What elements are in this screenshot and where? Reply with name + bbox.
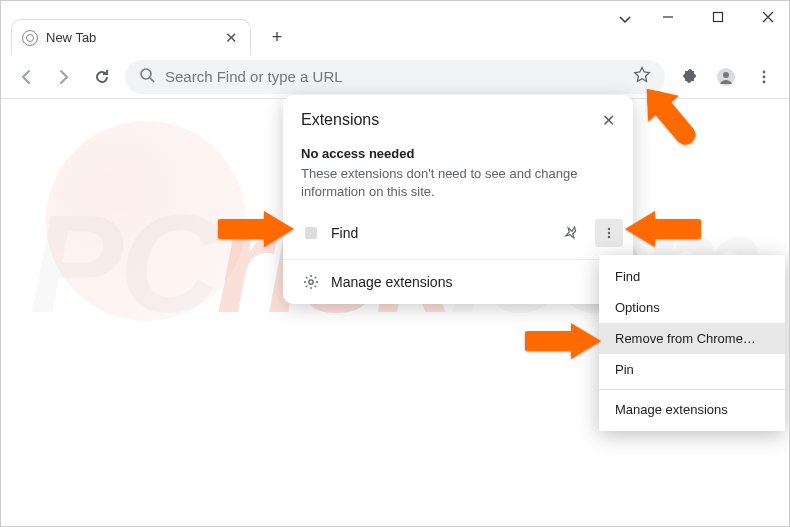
svg-point-6 bbox=[763, 70, 766, 73]
svg-point-13 bbox=[309, 280, 313, 284]
tab-strip: New Tab ✕ + bbox=[11, 19, 779, 55]
extension-more-button[interactable] bbox=[595, 219, 623, 247]
profile-button[interactable] bbox=[711, 62, 741, 92]
forward-button[interactable] bbox=[49, 62, 79, 92]
submenu-item-pin[interactable]: Pin bbox=[599, 354, 785, 385]
menu-button[interactable] bbox=[749, 62, 779, 92]
extensions-popup: Extensions ✕ No access needed These exte… bbox=[283, 95, 633, 304]
extensions-popup-title: Extensions bbox=[301, 111, 379, 129]
separator bbox=[283, 259, 633, 260]
svg-point-8 bbox=[763, 80, 766, 83]
tab-title: New Tab bbox=[46, 30, 217, 45]
arrow-to-remove-option bbox=[525, 313, 605, 369]
svg-point-2 bbox=[141, 69, 151, 79]
manage-extensions-row[interactable]: Manage extensions bbox=[283, 264, 633, 300]
submenu-item-remove[interactable]: Remove from Chrome… bbox=[599, 323, 785, 354]
reload-button[interactable] bbox=[87, 62, 117, 92]
arrow-to-find-extension bbox=[218, 201, 298, 257]
browser-tab[interactable]: New Tab ✕ bbox=[11, 19, 251, 55]
svg-point-11 bbox=[608, 232, 610, 234]
no-access-description: These extensions don't need to see and c… bbox=[283, 165, 633, 211]
extension-row-find[interactable]: Find bbox=[283, 211, 633, 255]
new-tab-button[interactable]: + bbox=[263, 23, 291, 51]
watermark-pc: PC bbox=[30, 185, 216, 342]
pin-button[interactable] bbox=[557, 219, 585, 247]
tab-close-button[interactable]: ✕ bbox=[225, 29, 238, 47]
submenu-item-find[interactable]: Find bbox=[599, 261, 785, 292]
svg-point-7 bbox=[763, 75, 766, 78]
submenu-item-options[interactable]: Options bbox=[599, 292, 785, 323]
tab-favicon-icon bbox=[22, 30, 38, 46]
submenu-item-manage[interactable]: Manage extensions bbox=[599, 394, 785, 425]
arrow-to-more-button bbox=[621, 201, 701, 257]
gear-icon bbox=[301, 272, 321, 292]
extension-favicon-icon bbox=[301, 223, 321, 243]
arrow-to-extensions-button bbox=[633, 79, 703, 149]
svg-point-5 bbox=[723, 72, 729, 78]
manage-extensions-label: Manage extensions bbox=[331, 274, 623, 290]
omnibox-placeholder: Search Find or type a URL bbox=[165, 68, 623, 85]
extensions-popup-close-button[interactable]: ✕ bbox=[602, 111, 615, 130]
no-access-title: No access needed bbox=[283, 136, 633, 165]
svg-line-3 bbox=[150, 78, 154, 82]
svg-point-12 bbox=[608, 236, 610, 238]
svg-rect-9 bbox=[305, 227, 317, 239]
back-button[interactable] bbox=[11, 62, 41, 92]
extension-context-menu: Find Options Remove from Chrome… Pin Man… bbox=[599, 255, 785, 431]
extension-name: Find bbox=[331, 225, 547, 241]
search-icon bbox=[139, 67, 155, 87]
svg-point-10 bbox=[608, 228, 610, 230]
address-bar[interactable]: Search Find or type a URL bbox=[125, 60, 665, 94]
submenu-separator bbox=[599, 389, 785, 390]
watermark-circle bbox=[46, 121, 246, 321]
